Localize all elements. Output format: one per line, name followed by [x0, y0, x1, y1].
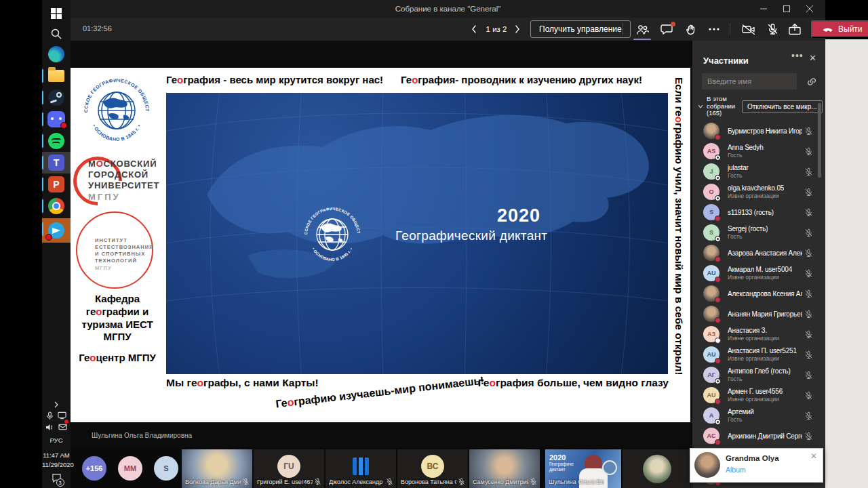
mini-line1: Географиче — [549, 462, 574, 467]
maximize-button[interactable] — [775, 0, 798, 18]
tile-avatar: ГU — [277, 455, 300, 478]
clock-time[interactable]: 11:47 AM — [42, 450, 71, 460]
tray-audio-mail[interactable] — [42, 421, 71, 433]
taskbar-telegram-button[interactable] — [42, 218, 71, 243]
participant-name: Акмарал М. user5004 — [728, 266, 792, 273]
participant-info: Артемий Гость — [728, 408, 754, 423]
presence-dot — [715, 134, 721, 140]
presence-dot — [715, 236, 721, 242]
mute-all-button[interactable]: Отключить все микр... — [742, 100, 823, 113]
participant-badge-mm[interactable]: MM — [118, 456, 142, 481]
taskbar-discord-button[interactable] — [42, 108, 71, 130]
tile-name: Григорий Е. user4679 — [257, 479, 313, 485]
show-participants-button[interactable] — [632, 20, 652, 38]
raise-hand-button[interactable] — [681, 20, 701, 38]
avatar: А — [703, 407, 719, 424]
participant-row[interactable]: AS Anna Sedyh Гость — [692, 141, 825, 161]
section-title: В этом собрании — [707, 96, 735, 110]
chevron-down-icon[interactable] — [698, 104, 703, 108]
minimize-button[interactable] — [752, 0, 775, 18]
taskbar-explorer-button[interactable] — [42, 65, 71, 87]
participant-info: s119133 (гость) — [728, 209, 774, 216]
open-indicator — [42, 222, 43, 236]
copy-link-icon[interactable] — [806, 77, 817, 86]
panel-more-button[interactable]: ••• — [791, 50, 804, 61]
more-options-button[interactable] — [704, 20, 724, 38]
video-tile[interactable]: ВС Воронова Татьяна Се... — [397, 449, 468, 488]
mic-toggle-button[interactable] — [762, 20, 783, 38]
taskbar-spotify-button[interactable] — [42, 130, 71, 152]
taskbar-edge-button[interactable] — [42, 43, 71, 65]
active-tab-indicator — [633, 39, 651, 40]
participant-badge-s[interactable]: S — [154, 456, 178, 481]
slide-next-button[interactable] — [511, 20, 524, 38]
participant-search-input[interactable] — [702, 73, 797, 89]
avatar: АС — [703, 428, 719, 444]
overflow-count-badge[interactable]: +156 — [82, 456, 106, 481]
participant-row[interactable]: AU Армен Г. user4556 Извне организации — [692, 385, 825, 405]
share-screen-button[interactable] — [784, 20, 806, 38]
popup-album-link[interactable]: Album — [726, 466, 746, 474]
taskbar-search-button[interactable] — [42, 23, 71, 45]
video-tile[interactable]: Джолос Александр В... — [326, 449, 396, 488]
avatar: AU — [703, 346, 719, 363]
muted-mic-icon — [804, 208, 813, 217]
avatar: S — [703, 204, 719, 220]
muted-mic-icon — [804, 188, 813, 197]
mic-off-icon — [767, 23, 778, 35]
video-tile[interactable]: Самусенко Дмитрий ... — [469, 449, 540, 488]
panel-close-button[interactable]: ✕ — [809, 53, 816, 63]
participant-row[interactable]: AU Акмарал М. user5004 Извне организации — [692, 263, 825, 283]
participant-row[interactable]: S s119133 (гость) — [692, 202, 825, 222]
participant-row[interactable]: АС Архипкин Дмитрий Сергеев... — [692, 426, 825, 446]
participant-row[interactable]: АЗ Анастасия З. Извне организации — [692, 324, 825, 344]
popup-close-icon[interactable]: ✕ — [810, 451, 817, 461]
taskbar-teams-button[interactable]: T — [42, 152, 71, 174]
take-control-button[interactable]: Получить управление — [530, 20, 631, 38]
iest-line2: ЕСТЕСТВОЗНАНИЯ — [95, 244, 153, 250]
muted-mic-icon — [314, 478, 321, 485]
taskbar-chrome-button[interactable] — [42, 195, 71, 217]
notification-center-button[interactable]: 3 — [42, 472, 71, 487]
participant-row[interactable]: А Артемий Гость — [692, 405, 825, 426]
participant-row[interactable]: Азарова Анастасия Алексее... — [692, 243, 825, 263]
windows-logo-icon — [50, 7, 62, 20]
video-tile[interactable]: ГU Григорий Е. user4679 — [254, 449, 324, 488]
participant-info: Бурмистров Никита Игоревич — [728, 127, 802, 135]
chrome-icon — [48, 198, 64, 214]
clock-date[interactable]: 11/29/2020 — [42, 460, 71, 469]
participant-row[interactable]: J julastar Гость — [692, 161, 825, 182]
start-button[interactable] — [42, 3, 71, 24]
taskbar-steam-button[interactable] — [42, 87, 71, 108]
participant-name: Александрова Ксения Алекс... — [728, 290, 802, 298]
participant-row[interactable]: S Sergej (гость) Гость — [692, 222, 825, 243]
participant-row[interactable]: Александрова Ксения Алекс... — [692, 283, 825, 304]
camera-toggle-button[interactable] — [738, 20, 760, 38]
participant-name: Sergej (гость) — [728, 225, 768, 232]
open-indicator — [42, 156, 43, 169]
leave-button[interactable]: Выйти — [811, 20, 868, 38]
close-button[interactable] — [798, 0, 821, 18]
avatar — [703, 306, 719, 322]
participant-name: Анастасия З. — [728, 327, 779, 334]
slide-prev-button[interactable] — [468, 20, 480, 38]
people-icon — [635, 24, 649, 35]
video-tile[interactable]: 2020Географичедиктант Шульгина Ольга Вла… — [545, 449, 621, 488]
participant-row[interactable]: AU Анастасия П. user5251 Извне организац… — [692, 344, 825, 365]
panel-scrollbar[interactable] — [818, 103, 821, 178]
video-tile[interactable] — [623, 449, 692, 488]
mgu-line1: МОСКОВСКИЙ — [88, 159, 157, 169]
iest-line3: И СПОРТИВНЫХ — [95, 251, 145, 257]
participant-row[interactable]: O olga.kravchenko.05 Извне организации — [692, 182, 825, 202]
avatar: АГ — [703, 367, 719, 383]
participant-row[interactable]: Бурмистров Никита Игоревич — [692, 121, 825, 141]
language-indicator[interactable]: РУС — [42, 434, 71, 445]
video-tile[interactable]: Волкова Дарья Дмит... — [182, 449, 252, 488]
participant-name: Архипкин Дмитрий Сергеев... — [728, 432, 802, 440]
participant-count: (165) — [707, 110, 735, 117]
participant-row[interactable]: АГ Антипов Глеб (гость) Гость — [692, 365, 825, 385]
taskbar-powerpoint-button[interactable]: P — [42, 174, 71, 195]
participant-row[interactable]: Ананян Мария Григорьевна — [692, 304, 825, 324]
show-chat-button[interactable] — [656, 20, 677, 38]
map-graphic: РУССКОЕ ГЕОГРАФИЧЕСКОЕ ОБЩЕСТВО • ОСНОВА… — [166, 93, 668, 374]
